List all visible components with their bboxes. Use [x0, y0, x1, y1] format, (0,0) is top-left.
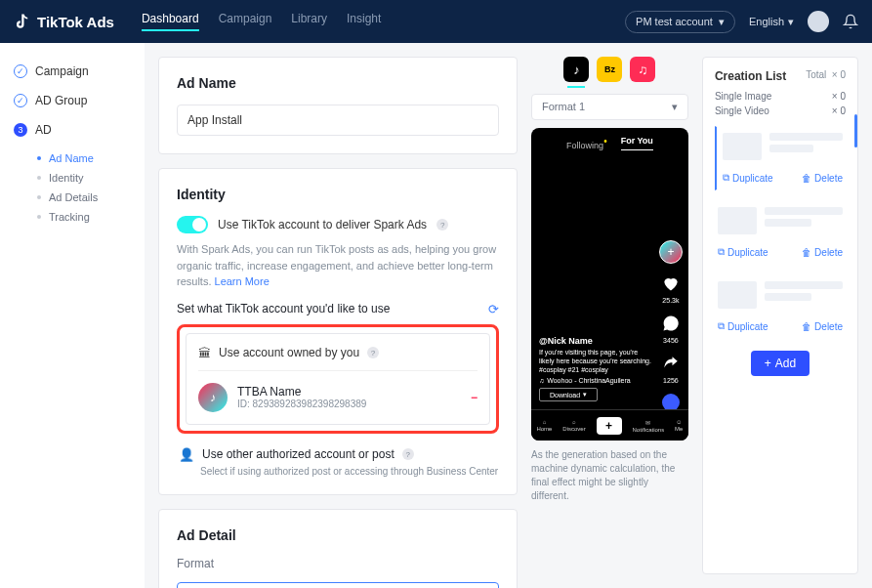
home-icon: ⌂ [543, 419, 547, 425]
chevron-down-icon: ▾ [788, 16, 794, 28]
platform-tiktok[interactable]: ♪ [563, 57, 589, 82]
search-icon: ⌕ [572, 419, 576, 425]
nav-notifications[interactable]: ✉Notifications [632, 419, 664, 433]
chevron-down-icon: ▾ [719, 16, 725, 28]
ad-detail-card: Ad Detail Format ▶Video Use Video or Ima… [158, 509, 518, 589]
ad-name-input[interactable] [177, 105, 499, 136]
preview-note: As the generation based on the machine d… [531, 448, 688, 503]
duplicate-button[interactable]: ⧉ Duplicate [723, 172, 773, 184]
duplicate-button[interactable]: ⧉ Duplicate [718, 320, 768, 332]
download-button[interactable]: Download▾ [539, 388, 598, 401]
nav-me[interactable]: ☺Me [675, 419, 683, 432]
delete-button[interactable]: 🗑 Delete [802, 320, 843, 332]
phone-bottom-nav: ⌂Home ⌕Discover + ✉Notifications ☺Me [531, 409, 688, 441]
share-count: 1256 [663, 377, 679, 384]
bell-icon[interactable] [843, 14, 858, 29]
identity-card: Identity Use TikTok account to deliver S… [158, 168, 518, 495]
delete-button[interactable]: 🗑 Delete [802, 246, 843, 258]
check-icon: ✓ [14, 64, 27, 78]
format-select[interactable]: Format 1▾ [531, 94, 688, 120]
sidebar-campaign[interactable]: ✓ Campaign [10, 57, 135, 86]
sidebar-adgroup[interactable]: ✓ AD Group [10, 86, 135, 115]
spark-ads-toggle[interactable] [177, 216, 208, 233]
creation-list-panel: Creation List Total × 0 Single Image× 0 … [702, 57, 858, 574]
nav-add[interactable]: + [597, 417, 622, 435]
creation-row-image: Single Image× 0 [715, 91, 846, 102]
sidebar-sub-identity[interactable]: Identity [10, 172, 135, 184]
user-avatar[interactable] [808, 11, 829, 32]
building-icon: 🏛 [198, 346, 211, 360]
creation-title: Creation List Total × 0 [715, 69, 846, 83]
sidebar-sub-addetails[interactable]: Ad Details [10, 191, 135, 203]
account-name: TTBA Name [237, 385, 366, 399]
heart-icon[interactable] [661, 273, 681, 293]
person-icon: 👤 [179, 447, 194, 462]
sidebar-ad[interactable]: 3 AD [10, 115, 135, 145]
preview-column: ♪ Bz ♫ Format 1▾ Following• For You + 25… [531, 57, 688, 574]
set-account-label: Set what TikTok account you'd like to us… [177, 302, 499, 316]
top-bar: TikTok Ads Dashboard Campaign Library In… [0, 0, 872, 43]
ad-detail-title: Ad Detail [177, 527, 499, 543]
toggle-label: Use TikTok account to deliver Spark Ads [218, 218, 427, 231]
nav-insight[interactable]: Insight [347, 12, 381, 31]
help-icon[interactable]: ? [402, 448, 414, 460]
like-count: 25.3k [662, 297, 679, 304]
owned-account-box[interactable]: 🏛 Use account owned by you ? ♪ TTBA Name… [186, 333, 490, 425]
nav-campaign[interactable]: Campaign [219, 12, 272, 31]
creation-row-video: Single Video× 0 [715, 105, 846, 116]
chevron-down-icon: ▾ [672, 101, 678, 113]
nav-home[interactable]: ⌂Home [536, 419, 552, 432]
help-icon[interactable]: ? [436, 219, 448, 231]
platform-buzzvideo[interactable]: Bz [597, 57, 622, 82]
profile-follow-icon[interactable]: + [659, 240, 683, 264]
scrollbar[interactable] [854, 114, 857, 147]
creation-item[interactable]: ⧉ Duplicate🗑 Delete [715, 200, 846, 265]
ad-name-title: Ad Name [177, 75, 499, 91]
nav-discover[interactable]: ⌕Discover [562, 419, 585, 432]
step-number: 3 [14, 123, 27, 137]
spark-desc: With Spark Ads, you can run TikTok posts… [177, 241, 499, 290]
preview-caption: If you're visiting this page, you're lik… [539, 348, 653, 374]
inbox-icon: ✉ [645, 419, 650, 426]
creation-item[interactable]: ⧉ Duplicate🗑 Delete [715, 126, 846, 190]
platform-other[interactable]: ♫ [630, 57, 655, 82]
brand-logo: TikTok Ads [14, 13, 114, 30]
foryou-tab[interactable]: For You [621, 136, 653, 150]
account-id: ID: 829389283982398298389 [237, 399, 366, 409]
preview-nick: @Nick Name [539, 336, 653, 346]
learn-more-link[interactable]: Learn More [215, 275, 270, 287]
delete-button[interactable]: 🗑 Delete [802, 172, 843, 184]
identity-title: Identity [177, 187, 499, 202]
other-desc: Select if using authorized post or acces… [177, 466, 499, 477]
nav-library[interactable]: Library [291, 12, 327, 31]
user-icon: ☺ [676, 419, 682, 425]
highlighted-region: 🏛 Use account owned by you ? ♪ TTBA Name… [177, 324, 499, 434]
top-nav: Dashboard Campaign Library Insight [142, 12, 381, 31]
share-icon[interactable] [661, 354, 681, 373]
add-button[interactable]: + Add [751, 351, 810, 376]
comment-icon[interactable] [661, 314, 681, 333]
video-format-option[interactable]: ▶Video Use Video or Image to promote you… [177, 582, 499, 589]
chevron-down-icon: ▾ [583, 391, 587, 399]
music-icon: ♫ [539, 377, 544, 384]
sidebar: ✓ Campaign ✓ AD Group 3 AD Ad Name Ident… [0, 43, 145, 588]
ad-name-card: Ad Name [158, 57, 518, 154]
help-icon[interactable]: ? [367, 347, 379, 358]
minus-icon[interactable]: − [471, 391, 478, 404]
duplicate-button[interactable]: ⧉ Duplicate [718, 246, 768, 258]
format-label: Format [177, 557, 499, 570]
nav-dashboard[interactable]: Dashboard [142, 12, 199, 31]
comment-count: 3456 [663, 337, 679, 344]
account-selector[interactable]: PM test account ▾ [625, 11, 735, 33]
account-avatar: ♪ [198, 383, 228, 412]
language-selector[interactable]: English ▾ [749, 16, 794, 28]
preview-music: ♫Woohoo - ChristinaAguilera [539, 377, 653, 384]
other-account-option[interactable]: 👤 Use other authorized account or post ? [177, 443, 499, 466]
sidebar-sub-adname[interactable]: Ad Name [10, 152, 135, 164]
check-icon: ✓ [14, 94, 27, 107]
following-tab[interactable]: Following• [566, 136, 607, 150]
sidebar-sub-tracking[interactable]: Tracking [10, 211, 135, 223]
creation-item[interactable]: ⧉ Duplicate🗑 Delete [715, 274, 846, 339]
phone-preview: Following• For You + 25.3k 3456 1256 @Ni… [531, 128, 688, 441]
refresh-icon[interactable]: ⟳ [488, 302, 499, 316]
